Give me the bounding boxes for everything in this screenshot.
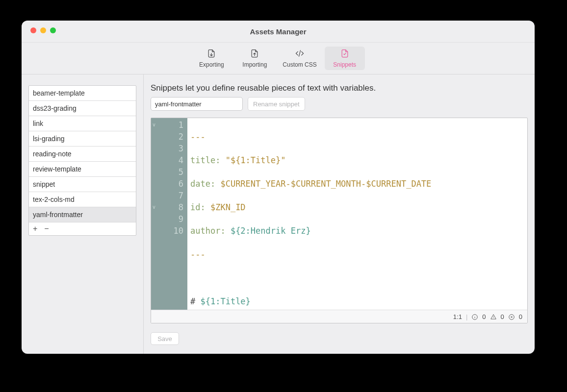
rename-snippet-button[interactable]: Rename snippet bbox=[248, 97, 305, 111]
body: beamer-template dss23-grading link lsi-g… bbox=[22, 74, 535, 354]
name-row: Rename snippet bbox=[151, 97, 528, 111]
info-icon bbox=[471, 313, 478, 320]
titlebar: Assets Manager bbox=[22, 21, 535, 43]
error-count: 0 bbox=[519, 313, 522, 320]
snippet-name-input[interactable] bbox=[151, 97, 243, 111]
info-count: 0 bbox=[482, 313, 486, 320]
snippet-item[interactable]: dss23-grading bbox=[29, 101, 136, 116]
window-title: Assets Manager bbox=[22, 27, 535, 36]
warning-icon bbox=[490, 313, 497, 320]
tab-exporting-label: Exporting bbox=[199, 61, 224, 68]
line-number: 6 bbox=[157, 178, 183, 190]
line-number: 7 bbox=[157, 190, 183, 201]
line-number: 3 bbox=[157, 143, 183, 154]
toolbar: Exporting Importing Custom CSS Snippets bbox=[22, 43, 535, 74]
fold-bar: v v bbox=[151, 118, 157, 310]
snippet-item[interactable]: reading-note bbox=[29, 147, 136, 162]
line-number: 1 bbox=[157, 119, 183, 131]
warning-count: 0 bbox=[501, 313, 504, 320]
add-snippet-button[interactable]: + bbox=[33, 224, 37, 233]
remove-snippet-button[interactable]: − bbox=[44, 224, 49, 233]
snippet-item[interactable]: lsi-grading bbox=[29, 131, 136, 147]
code-icon bbox=[295, 49, 305, 60]
snippet-item-selected[interactable]: yaml-frontmatter bbox=[29, 207, 136, 222]
error-icon bbox=[508, 313, 515, 320]
editor-statusbar: 1:1 | 0 0 0 bbox=[151, 310, 527, 323]
tab-snippets[interactable]: Snippets bbox=[325, 47, 365, 70]
tab-exporting[interactable]: Exporting bbox=[191, 47, 232, 70]
fold-marker[interactable]: v bbox=[151, 119, 157, 131]
export-icon bbox=[206, 49, 216, 60]
editor-wrap: v v 1 2 3 4 5 6 7 8 9 bbox=[151, 118, 528, 323]
sidebar: beamer-template dss23-grading link lsi-g… bbox=[22, 74, 144, 354]
snippet-item[interactable]: link bbox=[29, 116, 136, 131]
cursor-position: 1:1 bbox=[453, 313, 462, 320]
tab-snippets-label: Snippets bbox=[333, 61, 356, 68]
tab-custom-css-label: Custom CSS bbox=[283, 61, 316, 68]
snippet-item[interactable]: tex-2-cols-md bbox=[29, 192, 136, 207]
snippet-item[interactable]: beamer-template bbox=[29, 86, 136, 101]
main: Snippets let you define reusable pieces … bbox=[144, 74, 535, 354]
line-number: 4 bbox=[157, 154, 183, 166]
snippet-list: beamer-template dss23-grading link lsi-g… bbox=[28, 85, 136, 236]
save-button[interactable]: Save bbox=[151, 332, 179, 345]
tab-importing[interactable]: Importing bbox=[234, 47, 275, 70]
tab-custom-css[interactable]: Custom CSS bbox=[278, 47, 321, 70]
description: Snippets let you define reusable pieces … bbox=[151, 83, 528, 93]
line-number: 2 bbox=[157, 131, 183, 143]
tab-importing-label: Importing bbox=[242, 61, 267, 68]
assets-manager-window: Assets Manager Exporting Importing Custo… bbox=[22, 21, 535, 354]
snippets-icon bbox=[340, 49, 350, 60]
code-editor[interactable]: v v 1 2 3 4 5 6 7 8 9 bbox=[151, 118, 527, 310]
line-number: 10 bbox=[157, 225, 183, 237]
snippet-list-controls: + − bbox=[29, 222, 136, 235]
fold-marker[interactable]: v bbox=[151, 201, 157, 213]
line-number: 5 bbox=[157, 166, 183, 178]
import-icon bbox=[250, 49, 259, 60]
snippet-item[interactable]: snippet bbox=[29, 177, 136, 192]
code-area[interactable]: --- title: "${1:Title}" date: $CURRENT_Y… bbox=[187, 118, 527, 310]
snippet-item[interactable]: review-template bbox=[29, 162, 136, 177]
line-number: 8 bbox=[157, 201, 183, 213]
gutter: 1 2 3 4 5 6 7 8 9 10 bbox=[157, 118, 187, 310]
line-number: 9 bbox=[157, 213, 183, 225]
